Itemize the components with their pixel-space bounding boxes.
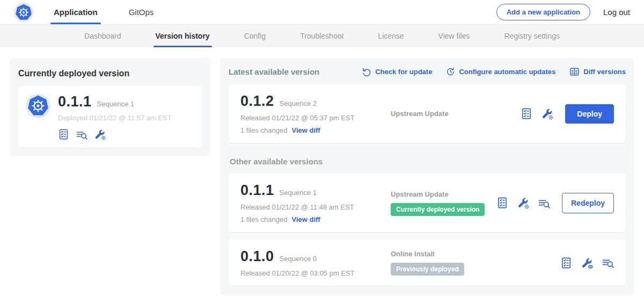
deploy-button[interactable]: Deploy <box>565 104 614 124</box>
check-for-update-link[interactable]: Check for update <box>362 67 432 76</box>
deployed-version-card: 0.1.1 Sequence 1 Deployed 01/21/22 @ 11:… <box>18 86 202 148</box>
logs-icon[interactable] <box>602 257 614 269</box>
app-kubernetes-icon <box>26 93 50 118</box>
version-source-label: Upstream Update <box>391 190 496 198</box>
refresh-icon <box>362 67 371 76</box>
redeploy-button[interactable]: Redeploy <box>562 193 614 213</box>
files-changed-label: 1 files changed <box>240 215 287 223</box>
version-number: 0.1.0 <box>240 248 274 265</box>
version-number: 0.1.1 <box>240 182 274 199</box>
deployed-timestamp: Deployed 01/21/22 @ 11:57 am EST <box>58 114 172 122</box>
main-content: Currently deployed version 0.1.1 Sequenc… <box>0 47 644 303</box>
subnav-tab-label: Dashboard <box>84 32 121 40</box>
logs-icon[interactable] <box>538 197 550 209</box>
tab-application-label: Application <box>54 8 98 17</box>
logout-button[interactable]: Log out <box>603 8 630 17</box>
subnav-tab-label: Troubleshoot <box>300 32 343 40</box>
sequence-label: Sequence 1 <box>280 189 317 197</box>
config-view-icon[interactable] <box>581 257 593 269</box>
released-timestamp: Released 01/21/22 @ 05:37 pm EST <box>240 114 391 122</box>
version-row-0-1-1: 0.1.1 Sequence 1 Released 01/21/22 @ 11:… <box>229 174 626 232</box>
released-timestamp: Released 01/21/22 @ 11:48 am EST <box>240 203 391 211</box>
sequence-label: Sequence 2 <box>280 99 317 107</box>
version-source-label: Upstream Update <box>391 110 521 118</box>
kubernetes-logo-icon <box>14 3 33 22</box>
tab-gitops[interactable]: GitOps <box>126 0 157 24</box>
subnav-tab-troubleshoot[interactable]: Troubleshoot <box>298 25 346 47</box>
subnav-tab-view-files[interactable]: View files <box>436 25 472 47</box>
subnav-tab-label: View files <box>438 32 470 40</box>
latest-available-title: Latest available version <box>229 67 319 76</box>
released-timestamp: Released 01/20/22 @ 03:05 pm EST <box>240 269 391 277</box>
check-for-update-label: Check for update <box>375 68 432 76</box>
files-changed-label: 1 files changed <box>240 126 287 134</box>
subnav-tab-label: License <box>378 32 404 40</box>
version-row-0-1-2: 0.1.2 Sequence 2 Released 01/21/22 @ 05:… <box>229 84 626 143</box>
tab-application[interactable]: Application <box>50 0 101 24</box>
add-application-button[interactable]: Add a new application <box>496 4 590 20</box>
config-edit-icon[interactable] <box>541 107 553 120</box>
diff-icon <box>569 67 580 77</box>
subnav-tab-license[interactable]: License <box>376 25 406 47</box>
version-number: 0.1.2 <box>240 93 274 110</box>
subnav-tab-dashboard[interactable]: Dashboard <box>82 25 123 47</box>
view-diff-link[interactable]: View diff <box>291 126 320 134</box>
app-tabs: Application GitOps <box>50 0 181 24</box>
deployed-version-number: 0.1.1 <box>58 93 92 110</box>
previously-deployed-badge: Previously deployed <box>391 263 464 276</box>
currently-deployed-card: Currently deployed version 0.1.1 Sequenc… <box>10 58 210 156</box>
app-subnav: Dashboard Version history Config Trouble… <box>0 25 644 47</box>
header-right: Add a new application Log out <box>496 4 630 20</box>
config-edit-icon[interactable] <box>94 128 106 140</box>
preflight-checklist-icon[interactable] <box>496 197 508 209</box>
subnav-tab-label: Registry settings <box>504 32 560 40</box>
version-history-panel: Latest available version Check for updat… <box>220 58 634 295</box>
view-diff-link[interactable]: View diff <box>291 215 320 223</box>
diff-versions-label: Diff versions <box>583 68 626 76</box>
top-header: Application GitOps Add a new application… <box>0 0 644 25</box>
subnav-tab-label: Config <box>244 32 266 40</box>
config-edit-icon[interactable] <box>517 197 529 209</box>
preflight-checklist-icon[interactable] <box>560 257 572 269</box>
subnav-tab-config[interactable]: Config <box>242 25 268 47</box>
version-source-label: Online Install <box>391 250 560 258</box>
diff-versions-link[interactable]: Diff versions <box>569 67 626 77</box>
version-row-0-1-0: 0.1.0 Sequence 0 Released 01/20/22 @ 03:… <box>229 240 626 286</box>
currently-deployed-badge: Currently deployed version <box>391 203 485 216</box>
subnav-tab-label: Version history <box>156 32 210 40</box>
logs-icon[interactable] <box>76 129 87 140</box>
schedule-refresh-icon <box>446 67 455 76</box>
preflight-checklist-icon[interactable] <box>521 107 532 120</box>
subnav-tab-registry-settings[interactable]: Registry settings <box>502 25 562 47</box>
deployed-sequence-label: Sequence 1 <box>97 100 134 108</box>
panel-actions: Check for update Configure automatic upd… <box>362 67 626 77</box>
configure-automatic-updates-link[interactable]: Configure automatic updates <box>446 67 555 76</box>
subnav-tab-version-history[interactable]: Version history <box>153 25 212 47</box>
preflight-checklist-icon[interactable] <box>58 128 69 140</box>
currently-deployed-title: Currently deployed version <box>18 69 202 78</box>
sequence-label: Sequence 0 <box>280 255 317 263</box>
configure-automatic-updates-label: Configure automatic updates <box>459 68 555 76</box>
tab-gitops-label: GitOps <box>129 8 154 17</box>
other-available-title: Other available versions <box>230 157 626 166</box>
